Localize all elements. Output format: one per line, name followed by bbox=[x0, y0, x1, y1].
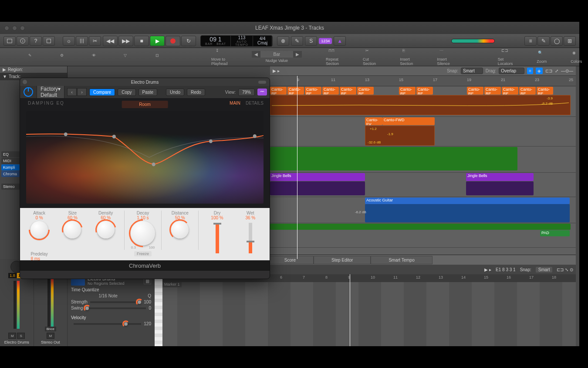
toolbar-button[interactable] bbox=[43, 36, 55, 46]
replace-button[interactable]: ⊗ bbox=[277, 36, 289, 46]
preset-select[interactable]: Factory Default▾ bbox=[37, 84, 64, 100]
autopunch-button[interactable]: ✎ bbox=[291, 36, 303, 46]
mixer-button[interactable] bbox=[76, 36, 88, 46]
loops-button[interactable]: ◯ bbox=[551, 36, 563, 46]
strength-slider[interactable] bbox=[90, 301, 142, 303]
attack-knob[interactable]: Attack0 % Predelay8 ms bbox=[24, 211, 54, 262]
playhead[interactable] bbox=[297, 76, 297, 259]
density-knob[interactable]: Density60 % bbox=[91, 211, 121, 239]
grip-icon[interactable] bbox=[258, 81, 266, 84]
zoom[interactable]: 🔍Zoom bbox=[537, 51, 547, 64]
scissors-button[interactable]: ✂ bbox=[89, 36, 101, 46]
pr-playhead[interactable] bbox=[350, 274, 350, 346]
play-button[interactable]: ▶ bbox=[150, 36, 165, 46]
library-button[interactable] bbox=[3, 36, 16, 46]
inspector-button[interactable]: i bbox=[17, 36, 29, 46]
insert-silence[interactable]: ⋯Insert Silence bbox=[437, 48, 450, 66]
reverb-visualizer[interactable] bbox=[26, 111, 264, 204]
snap-select[interactable]: Smart bbox=[461, 68, 483, 74]
plugin-name: ChromaVerb bbox=[20, 260, 270, 271]
nudge-value[interactable]: ◀Bar▶ Nudge Value bbox=[252, 51, 302, 63]
close-icon[interactable] bbox=[23, 80, 27, 84]
set-locators[interactable]: ⊏⊐Set Locators bbox=[498, 48, 513, 66]
power-icon[interactable] bbox=[23, 86, 34, 98]
bar-ruler[interactable]: 9 11 13 15 17 19 21 23 25 bbox=[270, 76, 576, 86]
track-row bbox=[270, 147, 576, 173]
traffic-lights[interactable] bbox=[4, 26, 25, 31]
main-tab[interactable]: MAIN bbox=[230, 101, 240, 106]
predelay-control[interactable]: Predelay8 ms bbox=[30, 252, 47, 262]
tab-score[interactable]: Score bbox=[267, 256, 314, 264]
marker-lane[interactable]: Marker 1 bbox=[162, 282, 182, 287]
plugin-titlebar[interactable]: Electro Drums bbox=[20, 78, 270, 86]
fader-2[interactable] bbox=[40, 278, 61, 327]
window-titlebar[interactable]: LEAF Xmas Jimgle 3 - Tracks bbox=[0, 22, 579, 34]
prev-preset[interactable]: ‹ bbox=[67, 88, 77, 96]
help-button[interactable]: ? bbox=[30, 36, 42, 46]
control-bar: i ? ☼ ✂ ◀◀ ▶▶ ■ ▶ ↻ 09 1BAR BEAT 113AUTO… bbox=[0, 34, 579, 48]
move-to-playhead[interactable]: ↧Move to Playhead bbox=[211, 48, 228, 66]
record-button[interactable] bbox=[166, 36, 180, 46]
browser-button[interactable]: ⊞ bbox=[564, 36, 576, 46]
compare-button[interactable]: Compare bbox=[89, 89, 115, 96]
window-title: LEAF Xmas Jimgle 3 - Tracks bbox=[255, 25, 324, 31]
next-preset[interactable]: › bbox=[77, 88, 87, 96]
dry-slider[interactable]: Dry100 % bbox=[202, 211, 232, 253]
link-icon[interactable] bbox=[257, 89, 267, 95]
size-knob[interactable]: Size60 % bbox=[57, 211, 87, 239]
velocity-slider[interactable] bbox=[74, 323, 141, 325]
fader-1[interactable] bbox=[6, 278, 27, 331]
view-zoom[interactable]: 79% bbox=[238, 89, 255, 96]
filter-icon[interactable]: ▽ bbox=[124, 53, 132, 61]
list-editors-button[interactable]: ≡ bbox=[524, 36, 537, 46]
stop-button[interactable]: ■ bbox=[134, 36, 149, 46]
functions-icon[interactable]: ⚙ bbox=[60, 53, 68, 61]
decay-knob[interactable]: Decay1.10 s 0.3100 Freeze bbox=[128, 211, 158, 256]
wet-slider[interactable]: Wet36 % bbox=[236, 211, 265, 253]
notes-button[interactable]: ✎ bbox=[537, 36, 550, 46]
swing-slider[interactable] bbox=[85, 307, 146, 309]
undo-button[interactable]: Undo bbox=[166, 89, 184, 96]
drag-select[interactable]: Overlap bbox=[499, 68, 524, 74]
cut-section[interactable]: ✂Cut Section bbox=[363, 48, 376, 66]
details-tab[interactable]: DETAILS bbox=[246, 101, 264, 106]
solo-button[interactable]: S bbox=[305, 36, 317, 46]
insert-section[interactable]: ⎘Insert Section bbox=[400, 48, 413, 66]
redo-button[interactable]: Redo bbox=[187, 89, 205, 96]
piano-keys[interactable] bbox=[155, 274, 162, 346]
tab-tempo[interactable]: Smart Tempo bbox=[371, 256, 432, 264]
daw-window: LEAF Xmas Jimgle 3 - Tracks i ? ☼ ✂ ◀◀ ▶… bbox=[0, 22, 579, 346]
distance-knob[interactable]: Distance50 % bbox=[165, 211, 195, 239]
paste-button[interactable]: Paste bbox=[139, 89, 158, 96]
autozoom-icon[interactable]: ⊡ bbox=[155, 53, 163, 61]
edit-icon[interactable]: ✎ bbox=[28, 53, 36, 61]
freeze-button[interactable]: Freeze bbox=[134, 251, 152, 256]
forward-button[interactable]: ▶▶ bbox=[118, 36, 133, 46]
region-header[interactable]: ▶ Region: bbox=[0, 66, 67, 73]
tuner-button[interactable]: ▲ bbox=[334, 36, 346, 46]
room-select[interactable]: Room bbox=[122, 101, 168, 108]
lcd-display[interactable]: 09 1BAR BEAT 113AUTOTEMPO 4/4Cmaj bbox=[200, 35, 273, 47]
mute-button[interactable]: M bbox=[8, 333, 16, 339]
smart-controls-button[interactable]: ☼ bbox=[63, 36, 75, 46]
svg-point-7 bbox=[112, 135, 116, 138]
count-in-badge[interactable]: 1234 bbox=[319, 38, 332, 44]
plugin-display[interactable]: DAMPING EQ Room MAINDETAILS bbox=[20, 98, 270, 208]
track-row: Canto-RE Canto-RE Canto-RE Canto-RE Cant… bbox=[270, 86, 576, 117]
copy-button[interactable]: Copy bbox=[118, 89, 135, 96]
tab-step[interactable]: Step Editor bbox=[314, 256, 371, 264]
plugin-window[interactable]: Electro Drums Factory Default▾ ‹› Compar… bbox=[20, 78, 270, 279]
arrangement-area[interactable]: 9 11 13 15 17 19 21 23 25 Canto-RE Canto… bbox=[270, 76, 576, 259]
cycle-button[interactable]: ↻ bbox=[181, 36, 196, 46]
track-row: PAD bbox=[270, 223, 576, 248]
piano-roll-grid[interactable]: 123456789101112131415161718 Marker 1 bbox=[155, 274, 576, 346]
damping-tab[interactable]: DAMPING EQ bbox=[28, 101, 64, 106]
view-icon[interactable]: 👁 bbox=[92, 53, 100, 61]
rewind-button[interactable]: ◀◀ bbox=[103, 36, 118, 46]
solo-button[interactable]: S bbox=[17, 333, 25, 339]
svg-point-9 bbox=[209, 140, 213, 143]
repeat-section[interactable]: ⊓⊓Repeat Section bbox=[326, 48, 339, 66]
mute-button[interactable]: M bbox=[47, 333, 54, 339]
colors[interactable]: ◉Colors bbox=[571, 51, 582, 64]
transport-controls: ◀◀ ▶▶ ■ ▶ ↻ bbox=[103, 36, 196, 46]
